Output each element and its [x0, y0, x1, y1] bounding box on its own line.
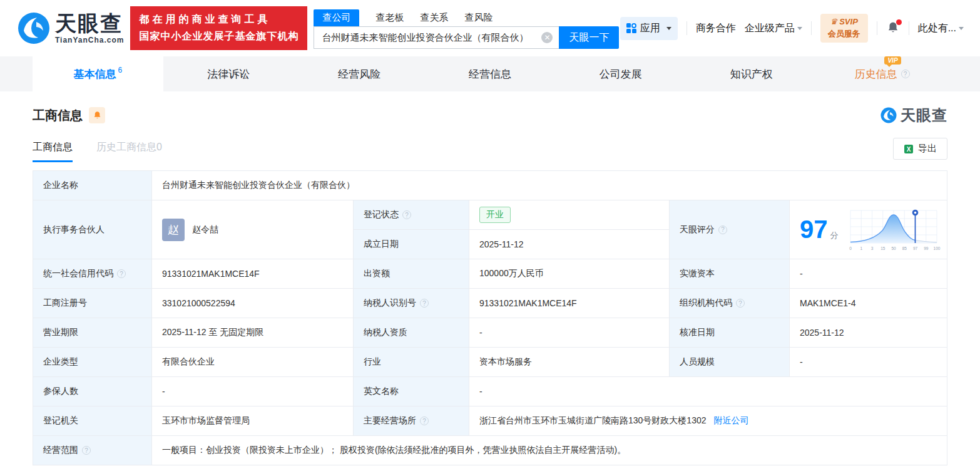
tianyancha-logo[interactable]: 天眼查 TianYanCha.com	[18, 12, 124, 44]
help-icon[interactable]: ?	[901, 70, 910, 78]
main-content: 工商信息 天眼查 工商信息 历史工商信息0 X 导出	[0, 105, 980, 465]
tab-basic-info[interactable]: 基本信息6	[33, 56, 163, 91]
nav-business-cooperation[interactable]: 商务合作	[696, 22, 736, 35]
divider	[687, 21, 687, 35]
table-row: 企业名称 台州财通未来智能创业投资合伙企业（有限合伙）	[33, 171, 947, 200]
tab-company-development[interactable]: 公司发展	[555, 56, 686, 91]
help-icon[interactable]: ?	[402, 210, 411, 219]
status-badge: 开业	[479, 207, 511, 223]
tab-legal-lawsuits[interactable]: 法律诉讼	[163, 56, 294, 91]
tianyancha-logo-icon	[18, 12, 50, 44]
divider	[909, 21, 909, 35]
search-tab-boss[interactable]: 查老板	[375, 9, 404, 26]
apps-menu-button[interactable]: 应用	[620, 17, 678, 40]
header-right-nav: 应用 商务合作 企业级产品 ♛SVIP 会员服务 此处有...	[620, 14, 964, 43]
avatar[interactable]: 赵	[162, 219, 185, 241]
apps-label: 应用	[640, 22, 660, 35]
tab-intellectual-property[interactable]: 知识产权	[686, 56, 817, 91]
help-icon[interactable]: ?	[420, 299, 429, 308]
field-label: 企业类型	[33, 348, 152, 377]
svg-text:X: X	[907, 146, 911, 153]
svip-membership-button[interactable]: ♛SVIP 会员服务	[820, 14, 868, 43]
field-value: 91331021MAK1MCE14F	[469, 289, 670, 318]
company-tabbar: 基本信息6 法律诉讼 经营风险 经营信息 公司发展 知识产权 历史信息 VIP …	[0, 56, 980, 91]
tianyancha-logo-icon	[880, 107, 897, 123]
notifications-bell-icon[interactable]	[886, 21, 900, 35]
section-title: 工商信息	[33, 107, 83, 124]
svg-text:97: 97	[913, 246, 918, 251]
chevron-down-icon	[797, 27, 802, 30]
help-icon[interactable]: ?	[736, 299, 745, 308]
partner-cell: 赵 赵令喆	[152, 200, 354, 259]
field-value: -	[790, 348, 947, 377]
chevron-down-icon	[959, 27, 964, 30]
banner-line1: 都在用的商业查询工具	[139, 13, 299, 26]
svg-text:85: 85	[902, 246, 907, 251]
company-name-value: 台州财通未来智能创业投资合伙企业（有限合伙）	[152, 171, 947, 200]
svg-text:3: 3	[871, 246, 874, 251]
partner-name[interactable]: 赵令喆	[192, 224, 218, 236]
field-value: 2025-11-12 至 无固定期限	[152, 318, 354, 348]
svg-text:50: 50	[891, 246, 896, 251]
divider	[811, 21, 812, 35]
top-header: 天眼查 TianYanCha.com 都在用的商业查询工具 国家中小企业发展子基…	[0, 0, 980, 56]
search-tab-risk[interactable]: 查风险	[464, 9, 493, 26]
user-account-menu[interactable]: 此处有...	[918, 22, 964, 35]
table-row: 企业类型 有限合伙企业 行业 资本市场服务 人员规模 -	[33, 348, 947, 377]
field-label: 经营范围?	[33, 436, 152, 465]
tianyancha-watermark: 天眼查	[880, 105, 947, 125]
help-icon[interactable]: ?	[117, 269, 126, 278]
promo-banner: 都在用的商业查询工具 国家中小企业发展子基金旗下机构	[130, 6, 307, 50]
help-icon[interactable]: ?	[420, 417, 429, 425]
notification-dot	[896, 19, 902, 25]
table-row: 统一社会信用代码? 91331021MAK1MCE14F 出资额 100000万…	[33, 259, 947, 289]
tab-count: 6	[118, 66, 123, 75]
field-label: 纳税人资质	[354, 318, 469, 348]
search-tab-relation[interactable]: 查关系	[420, 9, 448, 26]
search-tab-company[interactable]: 查公司	[314, 9, 359, 26]
brand-name: 天眼查	[55, 13, 124, 34]
svg-text:0: 0	[849, 246, 852, 251]
table-row: 登记机关 玉环市市场监督管理局 主要经营场所? 浙江省台州市玉环市玉城街道广陵南…	[33, 406, 947, 436]
field-label: 企业名称	[33, 171, 152, 200]
tab-operation-info[interactable]: 经营信息	[425, 56, 556, 91]
tab-history-info[interactable]: 历史信息 VIP ?	[817, 56, 947, 91]
field-value: 有限合伙企业	[152, 348, 354, 377]
table-row: 经营范围? 一般项目：创业投资（限投资未上市企业）； 股权投资(除依法须经批准的…	[33, 436, 947, 465]
help-icon[interactable]: ?	[82, 446, 91, 455]
field-label: 营业期限	[33, 318, 152, 348]
help-icon[interactable]: ?	[718, 225, 727, 234]
field-label: 登记状态?	[354, 200, 469, 230]
monitor-bell-icon[interactable]	[89, 107, 105, 123]
tab-operation-risk[interactable]: 经营风险	[294, 56, 425, 91]
svg-text:99: 99	[924, 246, 929, 251]
crown-icon: ♛	[830, 17, 838, 27]
nav-enterprise-products[interactable]: 企业级产品	[745, 22, 802, 35]
banner-line2: 国家中小企业发展子基金旗下机构	[139, 30, 299, 43]
brand-domain: TianYanCha.com	[55, 36, 124, 44]
score-number: 97分	[800, 215, 839, 244]
search-input[interactable]	[314, 26, 559, 49]
field-value: 资本市场服务	[469, 348, 670, 377]
field-value: -	[152, 377, 354, 406]
search-button[interactable]: 天眼一下	[559, 26, 619, 49]
field-value: 91331021MAK1MCE14F	[152, 259, 354, 289]
table-row: 营业期限 2025-11-12 至 无固定期限 纳税人资质 - 核准日期 202…	[33, 318, 947, 348]
field-value: -	[469, 377, 947, 406]
field-value: 331021000522594	[152, 289, 354, 318]
subtab-history-business-info[interactable]: 历史工商信息0	[96, 141, 162, 162]
field-value: -	[469, 318, 670, 348]
subtab-business-info[interactable]: 工商信息	[33, 141, 73, 162]
export-button[interactable]: X 导出	[893, 138, 947, 160]
field-label: 成立日期	[354, 230, 469, 259]
table-row: 工商注册号 331021000522594 纳税人识别号? 91331021MA…	[33, 289, 947, 318]
field-label: 核准日期	[670, 318, 790, 348]
vip-badge: VIP	[884, 56, 901, 65]
chevron-down-icon	[666, 27, 671, 30]
table-row: 参保人数 - 英文名称 -	[33, 377, 947, 406]
search-block: 查公司 查老板 查关系 查风险 ✕ 天眼一下	[314, 8, 619, 49]
field-label: 纳税人识别号?	[354, 289, 469, 318]
nearby-companies-link[interactable]: 附近公司	[714, 415, 749, 427]
field-value: 100000万人民币	[469, 259, 670, 289]
tianyan-score-cell: 97分	[790, 200, 947, 259]
